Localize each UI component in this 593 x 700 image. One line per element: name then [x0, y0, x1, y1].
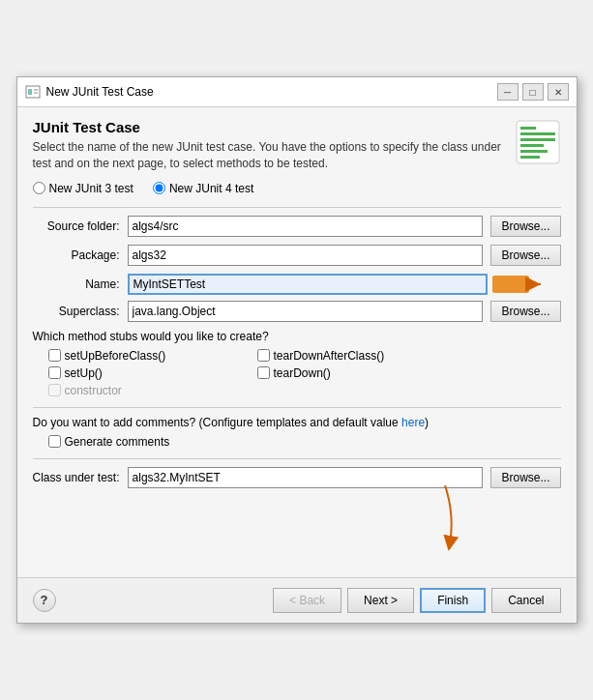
- stub-teardownafterclass-checkbox[interactable]: [257, 349, 270, 362]
- stub-teardownafterclass-label[interactable]: tearDownAfterClass(): [257, 349, 451, 363]
- finish-button[interactable]: Finish: [420, 588, 486, 613]
- back-button[interactable]: < Back: [273, 588, 341, 613]
- stub-setup-text: setUp(): [65, 366, 103, 380]
- superclass-row: Superclass: Browse...: [33, 301, 561, 322]
- dialog-content: JUnit Test Case Select the name of the n…: [17, 107, 577, 577]
- stub-setupbeforeclass-checkbox[interactable]: [48, 349, 61, 362]
- close-button[interactable]: ✕: [548, 83, 569, 101]
- superclass-browse-button[interactable]: Browse...: [490, 301, 560, 322]
- class-under-test-browse-button[interactable]: Browse...: [490, 467, 560, 488]
- svg-rect-8: [520, 144, 544, 147]
- svg-rect-10: [520, 156, 540, 159]
- section-header: JUnit Test Case Select the name of the n…: [33, 119, 561, 172]
- svg-rect-7: [520, 138, 555, 141]
- stub-constructor-text: constructor: [65, 384, 122, 397]
- next-button[interactable]: Next >: [347, 588, 414, 613]
- help-button[interactable]: ?: [33, 589, 56, 612]
- comments-section: Do you want to add comments? (Configure …: [33, 416, 561, 449]
- minimize-button[interactable]: ─: [497, 83, 519, 101]
- svg-rect-12: [492, 276, 529, 293]
- divider-1: [33, 207, 561, 208]
- title-bar-label: New JUnit Test Case: [46, 85, 491, 99]
- section-header-text: JUnit Test Case Select the name of the n…: [33, 119, 505, 172]
- svg-rect-1: [28, 89, 32, 95]
- divider-2: [33, 407, 561, 408]
- generate-comments-checkbox[interactable]: [48, 435, 61, 448]
- stub-setupbeforeclass-label[interactable]: setUpBeforeClass(): [48, 349, 242, 363]
- svg-rect-9: [520, 150, 548, 153]
- source-folder-input[interactable]: [128, 216, 484, 237]
- source-folder-row: Source folder: Browse...: [33, 216, 561, 237]
- comments-text: Do you want to add comments? (Configure …: [33, 416, 561, 429]
- stub-setup-label[interactable]: setUp(): [48, 366, 242, 380]
- comments-link[interactable]: here: [401, 416, 425, 429]
- dialog-window: New JUnit Test Case ─ □ ✕ JUnit Test Cas…: [16, 76, 578, 624]
- stubs-grid: setUpBeforeClass() tearDownAfterClass() …: [48, 349, 561, 397]
- source-folder-browse-button[interactable]: Browse...: [490, 216, 560, 237]
- stub-constructor-label[interactable]: constructor: [48, 384, 242, 397]
- stubs-section: Which method stubs would you like to cre…: [33, 330, 561, 397]
- name-input-wrap: [128, 274, 488, 295]
- package-label: Package:: [33, 248, 120, 262]
- title-bar: New JUnit Test Case ─ □ ✕: [17, 77, 577, 107]
- svg-rect-5: [520, 127, 536, 130]
- stub-teardown-text: tearDown(): [274, 366, 331, 380]
- maximize-button[interactable]: □: [522, 83, 544, 101]
- stub-setupbeforeclass-text: setUpBeforeClass(): [65, 349, 166, 363]
- generate-comments-label[interactable]: Generate comments: [48, 435, 561, 449]
- package-browse-button[interactable]: Browse...: [490, 245, 560, 266]
- stub-setup-checkbox[interactable]: [48, 366, 61, 379]
- section-title: JUnit Test Case: [33, 119, 505, 135]
- radio-junit4[interactable]: [153, 182, 165, 194]
- cancel-button[interactable]: Cancel: [491, 588, 560, 613]
- dialog-icon: [25, 84, 41, 100]
- package-input[interactable]: [128, 245, 484, 266]
- dialog-footer: ? < Back Next > Finish Cancel: [17, 577, 577, 623]
- radio-junit3-label[interactable]: New JUnit 3 test: [33, 182, 133, 195]
- radio-group: New JUnit 3 test New JUnit 4 test: [33, 182, 561, 195]
- superclass-label: Superclass:: [33, 305, 120, 318]
- divider-3: [33, 458, 561, 459]
- finish-arrow-annotation: [426, 485, 464, 556]
- package-row: Package: Browse...: [33, 245, 561, 266]
- class-under-test-label: Class under test:: [33, 471, 120, 484]
- stub-teardownafterclass-text: tearDownAfterClass(): [274, 349, 385, 363]
- radio-junit4-label[interactable]: New JUnit 4 test: [153, 182, 253, 195]
- name-arrow-annotation: [492, 274, 546, 295]
- generate-comments-text: Generate comments: [65, 435, 170, 449]
- stub-constructor-checkbox[interactable]: [48, 384, 61, 396]
- name-input[interactable]: [128, 274, 488, 295]
- stubs-title: Which method stubs would you like to cre…: [33, 330, 561, 343]
- comments-row: Generate comments: [48, 435, 561, 449]
- class-under-test-row: Class under test: Browse...: [33, 467, 561, 488]
- stub-teardown-checkbox[interactable]: [257, 366, 270, 379]
- source-folder-label: Source folder:: [33, 219, 120, 233]
- stub-teardown-label[interactable]: tearDown(): [257, 366, 451, 380]
- svg-rect-6: [520, 132, 555, 135]
- bottom-space: [33, 488, 561, 566]
- junit-icon: [515, 119, 561, 165]
- section-description: Select the name of the new JUnit test ca…: [33, 139, 505, 172]
- radio-junit3[interactable]: [33, 182, 45, 194]
- name-label: Name:: [33, 277, 120, 291]
- superclass-input[interactable]: [128, 301, 484, 322]
- window-controls: ─ □ ✕: [497, 83, 569, 101]
